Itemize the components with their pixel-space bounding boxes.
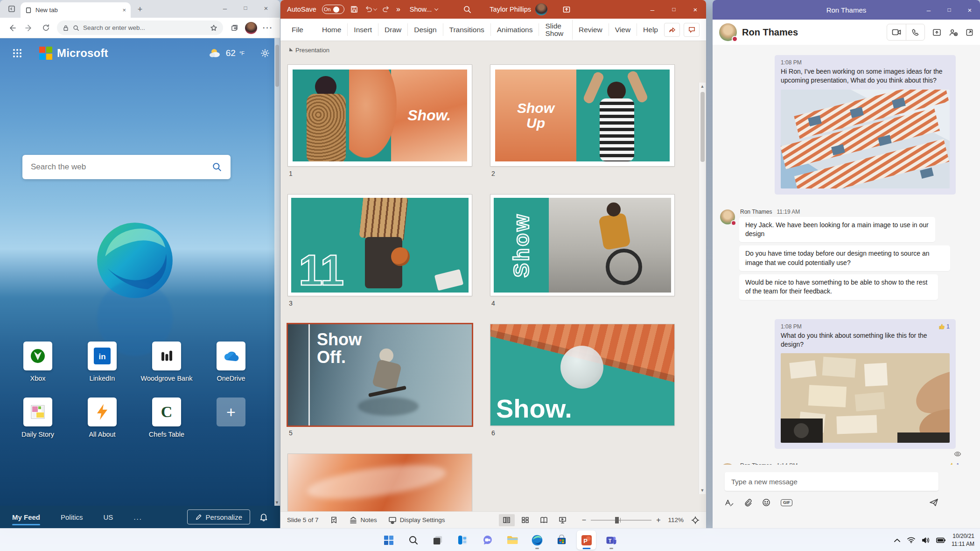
slide-sorter-view-button[interactable] — [518, 514, 533, 526]
weather-widget[interactable]: 62°F — [208, 48, 245, 58]
more-menu-icon[interactable]: ··· — [260, 21, 275, 35]
tab-actions-icon[interactable] — [5, 2, 19, 16]
ppt-minimize-button[interactable]: – — [642, 0, 663, 19]
feed-tab-more[interactable]: ... — [133, 513, 142, 521]
favorite-star-icon[interactable] — [210, 24, 217, 32]
comments-button[interactable] — [684, 23, 700, 37]
shortcut-linkedin[interactable]: in LinkedIn — [70, 342, 134, 382]
display-settings-button[interactable]: Display Settings — [388, 516, 445, 524]
refresh-button[interactable] — [38, 21, 53, 35]
taskbar-search-icon[interactable] — [404, 530, 423, 550]
file-explorer-icon[interactable] — [503, 530, 522, 550]
save-button[interactable] — [350, 5, 358, 14]
zoom-level[interactable]: 112% — [668, 516, 684, 523]
feed-tab-my-feed[interactable]: My Feed — [12, 513, 40, 521]
shortcut-all-about[interactable]: All About — [70, 398, 134, 438]
slide-thumbnail-3[interactable]: 11 — [288, 195, 472, 296]
slide-thumbnail-5-selected[interactable]: Show Off. — [288, 324, 472, 425]
taskbar-teams-icon[interactable]: T — [602, 530, 621, 550]
sender-avatar[interactable] — [720, 209, 735, 224]
document-title[interactable]: Show... — [410, 6, 438, 13]
received-message[interactable]: Hey Jack. We have been looking for a mai… — [739, 217, 935, 243]
building-photo-attachment[interactable] — [781, 90, 950, 188]
edge-minimize-button[interactable]: – — [215, 0, 235, 16]
widgets-icon[interactable] — [453, 530, 472, 550]
tab-draw[interactable]: Draw — [378, 23, 408, 36]
taskbar-edge-icon[interactable] — [527, 530, 546, 550]
ppt-scrollbar[interactable]: ▲ ▼ — [699, 83, 706, 494]
tab-slide-show[interactable]: Slide Show — [539, 20, 573, 40]
app-launcher-icon[interactable] — [12, 48, 22, 58]
chat-icon[interactable] — [478, 530, 497, 550]
notifications-bell-icon[interactable] — [259, 513, 268, 522]
search-submit-icon[interactable] — [212, 162, 222, 172]
zoom-slider[interactable] — [591, 520, 651, 521]
tab-home[interactable]: Home — [316, 23, 348, 36]
address-bar[interactable]: Search or enter web... — [57, 21, 223, 35]
shortcut-xbox[interactable]: Xbox — [6, 342, 70, 382]
wifi-icon[interactable] — [907, 537, 916, 544]
tab-help[interactable]: Help — [637, 23, 664, 36]
slideshow-view-button[interactable] — [555, 514, 571, 526]
scroll-up-arrow[interactable]: ▲ — [699, 84, 706, 89]
teams-close-button[interactable]: × — [959, 0, 980, 20]
format-icon[interactable] — [725, 499, 734, 507]
sent-message-2[interactable]: 1:08 PM 1 What do you think about someth… — [775, 319, 956, 449]
ppt-search-icon[interactable] — [463, 5, 472, 14]
personalize-button[interactable]: Personalize — [187, 509, 250, 524]
received-message[interactable]: Do you have time today before our design… — [739, 245, 950, 271]
shortcut-chefs-table[interactable]: C Chefs Table — [134, 398, 199, 438]
received-message[interactable]: Would be nice to have something to be ab… — [739, 274, 938, 300]
notes-button[interactable]: Notes — [349, 516, 377, 524]
model-photo-attachment[interactable] — [781, 353, 950, 443]
spellcheck-icon[interactable] — [330, 516, 338, 524]
gif-picker-button[interactable]: GIF — [781, 499, 792, 506]
redo-button[interactable] — [382, 5, 391, 14]
autosave-toggle[interactable]: On — [322, 5, 344, 14]
tab-insert[interactable]: Insert — [348, 23, 378, 36]
account-user[interactable]: Taylor Phillips — [490, 3, 547, 15]
slide-thumbnail-6[interactable]: Show. — [490, 324, 674, 425]
back-button[interactable] — [5, 21, 20, 35]
settings-gear-icon[interactable] — [260, 49, 270, 58]
scroll-down-arrow[interactable]: ▼ — [699, 488, 706, 493]
profile-avatar[interactable] — [244, 21, 259, 35]
feed-tab-politics[interactable]: Politics — [61, 513, 83, 521]
new-tab-button[interactable]: + — [133, 3, 147, 16]
zoom-out-button[interactable]: − — [582, 516, 586, 524]
undo-dropdown-icon[interactable] — [373, 7, 377, 10]
scroll-down-arrow[interactable]: ▼ — [275, 500, 279, 505]
slide-thumbnail-1[interactable]: Show. — [288, 65, 472, 166]
browser-tab-active[interactable]: New tab × — [21, 2, 131, 18]
tab-design[interactable]: Design — [408, 23, 443, 36]
task-view-icon[interactable] — [428, 530, 448, 550]
share-to-teams-icon[interactable] — [562, 5, 571, 14]
fit-to-window-icon[interactable] — [691, 516, 700, 524]
tab-animations[interactable]: Animations — [491, 23, 539, 36]
collections-icon[interactable] — [227, 21, 242, 35]
popout-chat-button[interactable] — [966, 28, 973, 36]
teams-minimize-button[interactable]: – — [918, 0, 939, 20]
tab-review[interactable]: Review — [573, 23, 609, 36]
ppt-maximize-button[interactable]: □ — [663, 0, 685, 19]
contact-avatar[interactable] — [719, 23, 737, 41]
screen-share-button[interactable] — [932, 28, 941, 36]
share-button[interactable] — [664, 23, 680, 37]
tab-file[interactable]: File — [285, 23, 309, 36]
slide-thumbnail-4[interactable]: Show — [490, 195, 674, 296]
microsoft-logo[interactable]: Microsoft — [39, 47, 108, 60]
toolbar-overflow-icon[interactable]: » — [396, 5, 400, 14]
feed-tab-us[interactable]: US — [104, 513, 113, 521]
shortcut-add[interactable]: + — [199, 398, 263, 438]
volume-icon[interactable] — [922, 537, 930, 544]
tab-transitions[interactable]: Transitions — [443, 23, 491, 36]
section-header[interactable]: Presentation — [288, 47, 329, 54]
shortcut-woodgrove-bank[interactable]: Woodgrove Bank — [134, 342, 199, 382]
microsoft-store-icon[interactable] — [552, 530, 571, 550]
tab-view[interactable]: View — [609, 23, 637, 36]
edge-close-button[interactable]: × — [256, 0, 276, 16]
web-search-box[interactable] — [22, 155, 231, 179]
message-input[interactable] — [725, 472, 938, 491]
tab-close-icon[interactable]: × — [122, 7, 126, 14]
forward-button[interactable] — [21, 21, 36, 35]
